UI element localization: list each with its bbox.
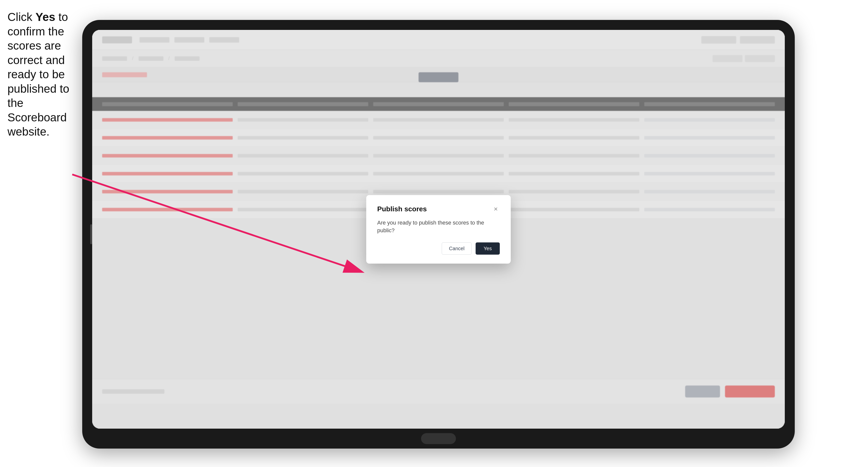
- modal-close-button[interactable]: ×: [492, 205, 500, 213]
- publish-scores-modal: Publish scores × Are you ready to publis…: [366, 195, 511, 263]
- tablet-home-bar: [421, 433, 456, 444]
- instruction-bold: Yes: [35, 10, 55, 24]
- tablet-side-button: [90, 224, 92, 244]
- modal-header: Publish scores ×: [377, 205, 500, 213]
- instruction-text: Click Yes to confirm the scores are corr…: [7, 10, 80, 139]
- instruction-suffix: to confirm the scores are correct and re…: [7, 10, 69, 138]
- instruction-prefix: Click: [7, 10, 35, 24]
- modal-cancel-button[interactable]: Cancel: [442, 242, 472, 254]
- modal-yes-button[interactable]: Yes: [475, 242, 500, 254]
- modal-footer: Cancel Yes: [377, 242, 500, 254]
- tablet-device: / /: [82, 20, 795, 448]
- tablet-screen: / /: [92, 30, 785, 429]
- app-screen: / /: [92, 30, 785, 429]
- modal-body-text: Are you ready to publish these scores to…: [377, 219, 500, 235]
- modal-title: Publish scores: [377, 205, 427, 213]
